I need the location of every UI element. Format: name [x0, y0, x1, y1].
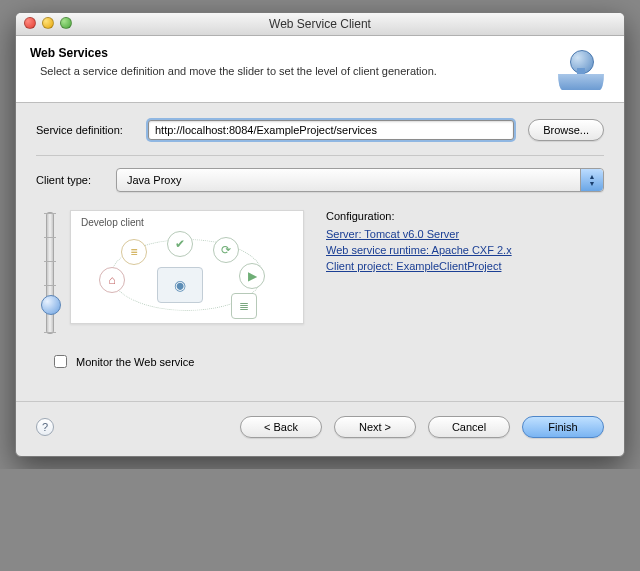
slider-thumb[interactable] — [41, 295, 61, 315]
client-type-label: Client type: — [36, 174, 116, 186]
browse-button[interactable]: Browse... — [528, 119, 604, 141]
divider — [36, 155, 604, 156]
client-type-value: Java Proxy — [127, 174, 181, 186]
zoom-icon[interactable] — [60, 17, 72, 29]
banner-description: Select a service definition and move the… — [30, 64, 480, 79]
titlebar: Web Service Client — [16, 13, 624, 36]
server-link[interactable]: Server: Tomcat v6.0 Server — [326, 228, 512, 240]
wizard-window: Web Service Client Web Services Select a… — [15, 12, 625, 457]
cancel-button[interactable]: Cancel — [428, 416, 510, 438]
wizard-banner: Web Services Select a service definition… — [16, 36, 624, 103]
configuration-heading: Configuration: — [326, 210, 512, 222]
stage-icon: ▶ — [239, 263, 265, 289]
banner-heading: Web Services — [30, 46, 544, 60]
window-title: Web Service Client — [16, 17, 624, 31]
back-button[interactable]: < Back — [240, 416, 322, 438]
close-icon[interactable] — [24, 17, 36, 29]
next-button[interactable]: Next > — [334, 416, 416, 438]
stage-illustration: Develop client ⌂ ≡ ✔ ⟳ ▶ ≣ ◉ — [70, 210, 304, 324]
monitor-label: Monitor the Web service — [76, 356, 194, 368]
finish-button[interactable]: Finish — [522, 416, 604, 438]
runtime-link[interactable]: Web service runtime: Apache CXF 2.x — [326, 244, 512, 256]
stage-label: Develop client — [81, 217, 144, 228]
stage-icon: ⟳ — [213, 237, 239, 263]
minimize-icon[interactable] — [42, 17, 54, 29]
help-icon[interactable]: ? — [36, 418, 54, 436]
generation-level-slider[interactable] — [46, 212, 54, 334]
select-arrows-icon: ▲▼ — [580, 169, 603, 191]
web-service-stamp-icon — [552, 48, 610, 90]
client-project-link[interactable]: Client project: ExampleClientProject — [326, 260, 512, 272]
client-type-select[interactable]: Java Proxy ▲▼ — [116, 168, 604, 192]
stage-icon: ≡ — [121, 239, 147, 265]
stage-icon: ✔ — [167, 231, 193, 257]
service-definition-label: Service definition: — [36, 124, 148, 136]
monitor-checkbox[interactable] — [54, 355, 67, 368]
service-definition-input[interactable] — [148, 120, 514, 140]
stage-icon: ≣ — [231, 293, 257, 319]
stage-icon: ⌂ — [99, 267, 125, 293]
stage-center-icon: ◉ — [157, 267, 203, 303]
